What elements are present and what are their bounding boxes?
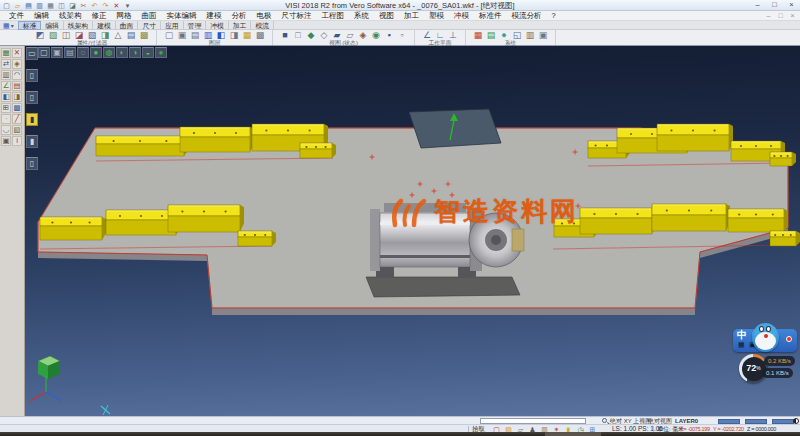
tab-9[interactable]: 加工 [229,21,252,30]
ribbon-tool-0-6-icon[interactable]: △ [112,30,124,40]
taskbar[interactable] [0,432,800,436]
delete-icon[interactable]: ✕ [112,1,121,9]
ribbon-tool-1-3-icon[interactable]: ▥ [202,30,214,40]
tab-4[interactable]: 曲面 [116,21,139,30]
hidden-line-mode-button[interactable]: ◑ [129,47,141,58]
ribbon-tool-1-2-icon[interactable]: ▤ [189,30,201,40]
ungroup-icon[interactable]: ◨ [12,92,22,102]
ribbon-tool-1-4-icon[interactable]: ◧ [215,30,227,40]
undo-icon[interactable]: ↶ [90,1,99,9]
print-preview-icon[interactable]: ◫ [57,1,66,9]
ribbon-tool-2-1-icon[interactable]: □ [292,30,304,40]
trim-icon[interactable]: ▥ [1,70,11,80]
guide-rail-block[interactable] [300,143,336,158]
ribbon-tool-0-8-icon[interactable]: ▩ [138,30,150,40]
ribbon-home-icon[interactable]: ▦ [3,22,10,29]
shaded-edges-mode-button[interactable]: ◍ [103,47,115,58]
zoom-fit-button[interactable]: ▤ [64,47,76,58]
render-mode-button[interactable]: ● [155,47,167,58]
ribbon-tool-4-3-icon[interactable]: ◱ [511,30,523,40]
snap-icon[interactable]: ⊞ [1,103,11,113]
menu-item-18[interactable]: 模流分析 [507,11,547,21]
tab-0[interactable]: 标准 [18,21,42,30]
ribbon-tool-0-3-icon[interactable]: ◪ [73,30,85,40]
ribbon-tool-1-6-icon[interactable]: ▦ [241,30,253,40]
tab-7[interactable]: 管理 [184,21,207,30]
select-window-button[interactable]: ▢ [38,47,50,58]
wireframe-mode-button[interactable]: ◐ [116,47,128,58]
ribbon-tool-3-0-icon[interactable]: ∠ [421,30,433,40]
ribbon-tool-1-7-icon[interactable]: ▩ [254,30,266,40]
customize-caret-icon[interactable]: ▾ [123,1,132,9]
guide-rail-block[interactable] [657,124,733,151]
ribbon-tool-2-0-icon[interactable]: ■ [279,30,291,40]
ribbon-tool-2-6-icon[interactable]: ◈ [357,30,369,40]
print-icon[interactable]: ▦ [46,1,55,9]
menu-item-19[interactable]: ? [547,11,561,21]
menu-item-12[interactable]: 系统 [349,11,374,21]
view-preset-3-button[interactable]: ▮ [26,113,38,126]
save-icon[interactable]: ▤ [24,1,33,9]
tab-10[interactable]: 模流 [251,21,274,30]
guide-rail-block[interactable] [238,231,276,246]
menu-item-4[interactable]: 网格 [112,11,137,21]
ribbon-tool-0-0-icon[interactable]: ◩ [34,30,46,40]
view-preset-5-button[interactable]: ▯ [26,157,38,170]
save-all-icon[interactable]: ▥ [35,1,44,9]
tab-6[interactable]: 应用 [161,21,184,30]
view-preset-4-button[interactable]: ▮ [26,135,38,148]
guide-rail-block[interactable] [652,204,730,231]
ribbon-tool-2-4-icon[interactable]: ▰ [331,30,343,40]
ribbon-tool-2-5-icon[interactable]: ▱ [344,30,356,40]
ribbon-tool-0-2-icon[interactable]: ◫ [60,30,72,40]
menu-item-5[interactable]: 曲面 [137,11,162,21]
ribbon-tool-0-4-icon[interactable]: ▧ [86,30,98,40]
menu-item-10[interactable]: 尺寸标注 [277,11,317,21]
menu-item-3[interactable]: 修正 [87,11,112,21]
guide-rail-block[interactable] [96,136,188,156]
new-file-icon[interactable]: ▢ [2,1,11,9]
guide-rail-block[interactable] [180,127,254,152]
taskbar-app-button[interactable] [545,432,601,436]
ribbon-tool-1-5-icon[interactable]: ◨ [228,30,240,40]
layers-icon[interactable]: ▤ [12,81,22,91]
ribbon-tool-2-8-icon[interactable]: ▪ [383,30,395,40]
menu-item-17[interactable]: 标准件 [474,11,507,21]
zoom-magnify-button[interactable]: ◌ [77,47,89,58]
close-button[interactable]: × [785,0,798,10]
tab-2[interactable]: 线架构 [64,21,93,30]
full-screen-button[interactable]: ▭ [26,47,38,60]
ribbon-tool-4-5-icon[interactable]: ▣ [537,30,549,40]
erase-icon[interactable]: ✕ [12,48,22,58]
ribbon-tool-2-9-icon[interactable]: ▫ [396,30,408,40]
ribbon-tool-1-0-icon[interactable]: ▢ [163,30,175,40]
copy-icon[interactable]: ◪ [68,1,77,9]
search-icon[interactable] [602,418,607,423]
guide-rail-block[interactable] [168,205,244,232]
move-icon[interactable]: ⇄ [1,59,11,69]
angle-icon[interactable]: ∠ [1,81,11,91]
mirror-icon[interactable]: ◈ [12,59,22,69]
ribbon-tool-0-5-icon[interactable]: ◨ [99,30,111,40]
tab-5[interactable]: 尺寸 [138,21,161,30]
info-icon[interactable]: i [12,136,22,146]
mdi-restore-button[interactable]: □ [776,11,785,21]
guide-rail-block[interactable] [728,209,788,232]
open-file-icon[interactable]: ▱ [13,1,22,9]
ribbon-tool-3-2-icon[interactable]: ⊥ [447,30,459,40]
tab-8[interactable]: 冲模 [206,21,229,30]
cut-icon[interactable]: ✂ [79,1,88,9]
pick-icon[interactable]: ▦ [1,48,11,58]
guide-rail-block[interactable] [770,152,796,166]
menu-item-14[interactable]: 加工 [399,11,424,21]
menu-item-11[interactable]: 工程图 [317,11,350,21]
menu-item-1[interactable]: 编辑 [29,11,54,21]
ribbon-tool-4-2-icon[interactable]: ● [498,30,510,40]
line-icon[interactable]: ╱ [12,114,22,124]
ribbon-tool-0-1-icon[interactable]: ▨ [47,30,59,40]
fillet-icon[interactable]: ◠ [12,70,22,80]
mdi-close-button[interactable]: × [788,11,797,21]
ribbon-tool-3-1-icon[interactable]: ∟ [434,30,446,40]
view-preset-1-button[interactable]: ▯ [26,69,38,82]
redo-icon[interactable]: ↷ [101,1,110,9]
